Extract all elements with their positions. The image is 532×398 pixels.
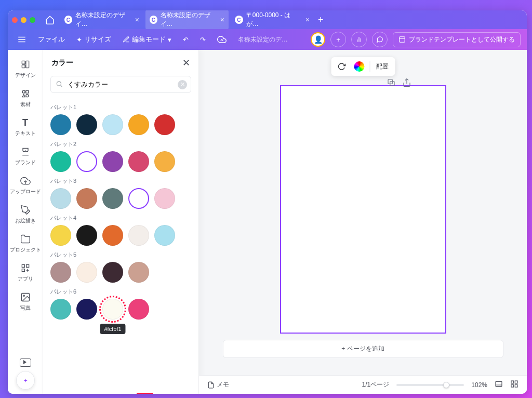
- color-swatch[interactable]: [154, 151, 175, 172]
- color-swatch[interactable]: [128, 225, 149, 246]
- minimize-window-icon[interactable]: [21, 17, 26, 23]
- page-indicator: 1/1ページ: [362, 380, 390, 389]
- photo-icon: [19, 291, 32, 303]
- color-swatch[interactable]: [102, 225, 123, 246]
- duplicate-icon[interactable]: [387, 78, 397, 88]
- close-icon[interactable]: ×: [220, 16, 224, 24]
- color-swatch[interactable]: [50, 114, 71, 135]
- export-icon[interactable]: [402, 78, 413, 88]
- chevron-down-icon: ▾: [168, 36, 171, 44]
- color-swatch[interactable]: [102, 299, 123, 320]
- resize-button[interactable]: ✦ リサイズ: [73, 33, 114, 46]
- color-swatch[interactable]: [154, 114, 175, 135]
- color-swatch[interactable]: [128, 299, 149, 320]
- rail-elements[interactable]: 素材: [8, 84, 43, 111]
- rail-projects[interactable]: プロジェクト: [8, 230, 43, 257]
- comment-icon[interactable]: [372, 32, 388, 47]
- color-swatch[interactable]: [76, 188, 97, 209]
- color-swatch[interactable]: [102, 262, 123, 283]
- side-rail: デザイン 素材 Tテキスト ブランド アップロード お絵描き プロジェクト アプ…: [8, 50, 43, 394]
- svg-rect-33: [515, 384, 517, 387]
- close-icon[interactable]: ×: [305, 16, 310, 24]
- svg-rect-32: [511, 384, 514, 387]
- tab-3[interactable]: C 〒000-0000 - はが… ×: [231, 10, 314, 31]
- color-swatch[interactable]: [154, 225, 175, 246]
- color-swatch[interactable]: [50, 225, 71, 246]
- home-icon[interactable]: [45, 15, 55, 25]
- color-swatch[interactable]: [154, 188, 175, 209]
- document-title[interactable]: 名称未設定のデ…: [238, 35, 288, 44]
- color-swatch[interactable]: [128, 114, 149, 135]
- position-button[interactable]: 配置: [373, 62, 392, 71]
- canvas-page[interactable]: [280, 85, 446, 334]
- add-button[interactable]: +: [330, 32, 346, 47]
- svg-rect-18: [22, 269, 24, 272]
- rail-upload[interactable]: アップロード: [8, 171, 43, 198]
- color-swatch[interactable]: [102, 114, 123, 135]
- notes-button[interactable]: メモ: [207, 380, 229, 389]
- fullscreen-icon[interactable]: [510, 380, 518, 390]
- video-icon[interactable]: [20, 359, 31, 367]
- color-swatch[interactable]: [76, 225, 97, 246]
- color-swatch[interactable]: [50, 299, 71, 320]
- clear-icon[interactable]: ✕: [178, 80, 187, 89]
- color-swatch[interactable]: [102, 188, 123, 209]
- palette-label: パレット6: [50, 288, 191, 296]
- canva-icon: C: [150, 16, 157, 24]
- add-page-button[interactable]: + ページを追加: [223, 340, 503, 358]
- apps-icon: [19, 262, 32, 274]
- close-window-icon[interactable]: [12, 17, 18, 23]
- magic-button[interactable]: ✦: [16, 371, 35, 390]
- svg-point-11: [22, 90, 25, 93]
- color-swatch[interactable]: [76, 262, 97, 283]
- tab-label: 〒000-0000 - はが…: [246, 11, 302, 29]
- close-icon[interactable]: ✕: [182, 57, 190, 69]
- rail-draw[interactable]: お絵描き: [8, 201, 43, 228]
- tab-1[interactable]: C 名称未設定のデザイ… ×: [60, 10, 143, 31]
- tab-label: 名称未設定のデザイ…: [75, 11, 132, 29]
- panel-title: カラー: [51, 58, 73, 68]
- color-swatch[interactable]: [102, 151, 123, 172]
- maximize-window-icon[interactable]: [30, 17, 35, 23]
- main-toolbar: ファイル ✦ リサイズ 編集モード ▾ ↶ ↷ 名称未設定のデ… 👤 + ブラン…: [8, 29, 527, 50]
- design-icon: [19, 58, 32, 71]
- rotate-icon[interactable]: [334, 59, 349, 74]
- color-swatch[interactable]: [50, 262, 71, 283]
- color-picker-icon[interactable]: [352, 59, 366, 74]
- elements-icon: [19, 87, 32, 100]
- tab-2[interactable]: C 名称未設定のデザイ… ×: [145, 10, 229, 31]
- view-grid-icon[interactable]: [495, 380, 503, 390]
- folder-icon: [19, 233, 32, 245]
- publish-button[interactable]: ブランドテンプレートとして公開する: [393, 32, 521, 47]
- avatar[interactable]: 👤: [311, 32, 325, 47]
- zoom-slider[interactable]: [396, 384, 464, 386]
- color-swatch[interactable]: [128, 188, 149, 209]
- svg-point-23: [57, 81, 61, 85]
- rail-text[interactable]: Tテキスト: [8, 113, 43, 140]
- tab-bar: C 名称未設定のデザイ… × C 名称未設定のデザイ… × C 〒000-000…: [8, 10, 527, 29]
- search-input[interactable]: [50, 76, 191, 93]
- palette-label: パレット4: [50, 214, 191, 222]
- menu-icon[interactable]: [14, 33, 30, 46]
- close-icon[interactable]: ×: [135, 16, 139, 24]
- file-menu[interactable]: ファイル: [35, 33, 68, 46]
- color-swatch[interactable]: [128, 151, 149, 172]
- svg-rect-10: [22, 65, 25, 68]
- color-swatch[interactable]: [76, 299, 97, 320]
- analytics-icon[interactable]: [351, 32, 367, 47]
- color-swatch[interactable]: [50, 188, 71, 209]
- undo-button[interactable]: ↶: [180, 34, 192, 46]
- color-swatch[interactable]: [76, 114, 97, 135]
- color-swatch[interactable]: [128, 262, 149, 283]
- redo-button[interactable]: ↷: [197, 34, 209, 46]
- cloud-sync-icon[interactable]: [214, 33, 230, 46]
- edit-mode-button[interactable]: 編集モード ▾: [119, 33, 175, 46]
- color-swatch[interactable]: [50, 151, 71, 172]
- svg-rect-31: [515, 381, 517, 383]
- rail-apps[interactable]: アプリ: [8, 259, 43, 286]
- rail-brand[interactable]: ブランド: [8, 142, 43, 169]
- color-swatch[interactable]: [76, 151, 97, 172]
- add-tab-button[interactable]: +: [318, 15, 324, 25]
- rail-photos[interactable]: 写真: [8, 288, 43, 315]
- rail-design[interactable]: デザイン: [8, 55, 43, 82]
